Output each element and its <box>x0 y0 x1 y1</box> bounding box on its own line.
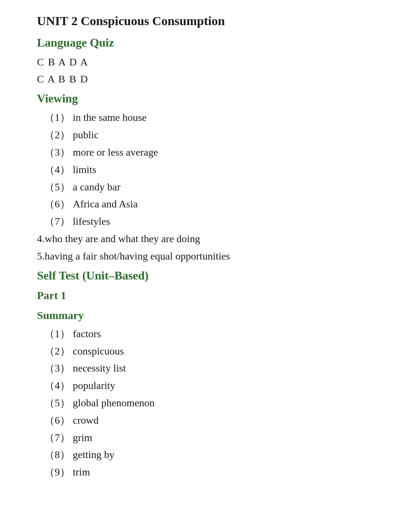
list-item: （3） more or less average <box>37 144 369 161</box>
list-item: （8） getting by <box>37 447 369 463</box>
list-item: （6） Africa and Asia <box>37 196 369 213</box>
list-item: （1） in the same house <box>37 109 369 126</box>
list-item: （5） a candy bar <box>37 179 369 196</box>
sub-heading-9: Summary <box>37 306 369 324</box>
answer-row-1: C B A D A <box>37 54 369 71</box>
section-heading-3: Viewing <box>37 89 369 108</box>
unit-title: UNIT 2 Conspicuous Consumption <box>37 11 369 31</box>
list-item: （4） popularity <box>37 377 369 394</box>
list-item: （1） factors <box>37 326 369 342</box>
list-item: （2） conspicuous <box>37 343 369 360</box>
list-item: （3） necessity list <box>37 360 369 377</box>
list-item: （7） grim <box>37 430 369 446</box>
list-item: （6） crowd <box>37 412 369 429</box>
part-heading-8: Part 1 <box>37 287 369 304</box>
list-item: （7） lifestyles <box>37 213 369 230</box>
section-heading-0: Language Quiz <box>37 33 369 52</box>
answer-row-2: C A B B D <box>37 71 369 88</box>
section-heading-7: Self Test (Unit–Based) <box>37 266 369 285</box>
page-container: UNIT 2 Conspicuous Consumption Language … <box>37 11 369 481</box>
list-item: （5） global phenomenon <box>37 395 369 411</box>
list-item: （9） trim <box>37 464 369 481</box>
list-item: （4） limits <box>37 162 369 178</box>
list-item: （2） public <box>37 127 369 143</box>
plain-item-5: 4.who they are and what they are doing <box>37 231 369 247</box>
plain-item-6: 5.having a fair shot/having equal opport… <box>37 248 369 265</box>
